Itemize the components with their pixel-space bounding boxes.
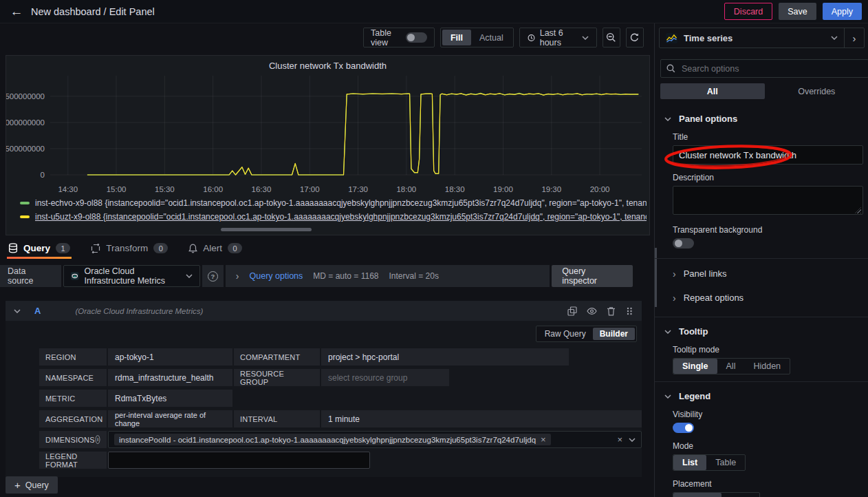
form-row-dimensions: DIMENSIONS i instancePoolId - ocid1.inst… <box>39 431 642 448</box>
time-range-picker[interactable]: Last 6 hours <box>519 28 597 47</box>
options-panel: Time series › All Overrides Panel option… <box>654 23 868 497</box>
apply-button[interactable]: Apply <box>823 3 862 20</box>
visualization-picker: Time series › <box>659 28 865 48</box>
legend-placement-right[interactable]: Right <box>721 493 759 497</box>
legend-placement-bottom[interactable]: Bottom <box>673 493 721 497</box>
y-axis-tick-label: 0 <box>41 171 45 179</box>
aggregation-value[interactable]: per-interval average rate of change <box>108 410 232 427</box>
description-label: Description <box>673 173 863 182</box>
chevron-down-icon[interactable] <box>629 438 636 442</box>
title-label: Title <box>673 132 863 142</box>
table-view-toggle[interactable] <box>406 32 427 43</box>
fill-option[interactable]: Fill <box>442 30 471 45</box>
chevron-down-icon <box>186 274 193 278</box>
builder-option[interactable]: Builder <box>593 328 635 340</box>
tab-overrides[interactable]: Overrides <box>765 83 868 99</box>
options-filter-tabs: All Overrides <box>660 83 868 99</box>
tab-transform[interactable]: Transform 0 <box>89 237 169 259</box>
add-query-button[interactable]: + Query <box>6 476 58 494</box>
namespace-value[interactable]: rdma_infrastructure_health <box>108 369 232 386</box>
back-arrow-icon[interactable]: ← <box>6 2 27 21</box>
clear-all-icon[interactable]: × <box>617 435 622 444</box>
topbar-actions: Discard Save Apply <box>724 3 862 20</box>
dimension-chip[interactable]: instancePoolId - ocid1.instancepool.oc1.… <box>114 434 551 445</box>
panel-title-input[interactable] <box>673 145 863 165</box>
section-legend: Legend Visibility Mode List Table Placem… <box>655 381 868 497</box>
panel-description-textarea[interactable] <box>673 186 863 215</box>
delete-query-trash-icon[interactable] <box>607 306 616 316</box>
datasource-help-button[interactable]: ? <box>202 265 224 287</box>
toggle-viz-suggestions-button[interactable]: › <box>844 28 864 47</box>
info-icon[interactable]: i <box>95 435 100 444</box>
options-search-input[interactable] <box>680 63 862 74</box>
datasource-picker[interactable]: Oracle Cloud Infrastructure Metrics <box>63 265 200 287</box>
duplicate-query-icon[interactable] <box>567 306 577 316</box>
datasource-row: Data source Oracle Cloud Infrastructure … <box>0 265 633 287</box>
tab-alert[interactable]: Alert 0 <box>187 237 243 259</box>
chevron-right-icon: › <box>673 293 676 303</box>
compartment-value[interactable]: project > hpc-portal <box>321 348 569 366</box>
tooltip-mode-all[interactable]: All <box>717 359 745 374</box>
legend-mode-list[interactable]: List <box>673 455 706 470</box>
chevron-down-icon <box>664 394 671 399</box>
query-options-link[interactable]: Query options <box>250 271 303 281</box>
repeat-options-label: Repeat options <box>684 293 744 303</box>
aggregation-label: AGGREGATION <box>39 410 107 427</box>
drag-handle-icon[interactable] <box>625 306 633 316</box>
interval-value[interactable]: 1 minute <box>321 410 642 427</box>
search-icon <box>666 64 675 73</box>
datasource-label: Data source <box>0 265 61 287</box>
viz-toolbar: Table view Fill Actual Last 6 hours <box>363 28 644 47</box>
dimensions-label: DIMENSIONS i <box>39 431 107 448</box>
panel-links-section[interactable]: › Panel links <box>655 262 868 286</box>
resource-group-placeholder: select resource group <box>328 373 407 383</box>
legend-mode-table[interactable]: Table <box>706 455 745 470</box>
x-axis-tick-label: 14:30 <box>58 185 78 193</box>
raw-query-option[interactable]: Raw Query <box>538 328 593 340</box>
metric-value[interactable]: RdmaTxBytes <box>108 390 232 407</box>
toggle-knob <box>675 240 682 247</box>
query-row-header[interactable]: A (Oracle Cloud Infrastructure Metrics) <box>6 301 642 321</box>
raw-builder-segmented: Raw Query Builder <box>536 326 637 342</box>
legend-item[interactable]: inst-echvo-x9-ol88 {instancepoolid="ocid… <box>20 196 647 210</box>
actual-option[interactable]: Actual <box>471 30 512 45</box>
query-inspector-button[interactable]: Query inspector <box>552 265 633 287</box>
refresh-button[interactable] <box>626 28 644 47</box>
visualization-select[interactable]: Time series <box>660 28 844 47</box>
query-options-bar: › Query options MD = auto = 1168 Interva… <box>226 265 550 287</box>
save-button[interactable]: Save <box>779 3 816 20</box>
tooltip-header[interactable]: Tooltip <box>655 326 868 337</box>
tooltip-mode-hidden[interactable]: Hidden <box>744 359 790 374</box>
legend-header[interactable]: Legend <box>655 391 868 401</box>
time-series-chart[interactable]: 05000000001000000000150000000014:3015:00… <box>6 72 649 198</box>
refresh-icon <box>629 32 640 43</box>
legend-item[interactable]: inst-u5uzt-x9-ol88 {instancepoolid="ocid… <box>20 210 647 224</box>
section-panel-options: Panel options Title Description Transpar… <box>655 105 868 317</box>
legend-visibility-toggle[interactable] <box>673 423 694 433</box>
x-axis-tick-label: 18:00 <box>396 185 416 193</box>
legend-horizontal-scrollbar[interactable] <box>221 228 312 231</box>
x-axis-tick-label: 20:00 <box>590 185 610 193</box>
repeat-options-section[interactable]: › Repeat options <box>655 286 868 310</box>
region-value[interactable]: ap-tokyo-1 <box>108 348 232 366</box>
chip-remove-icon[interactable]: × <box>541 435 546 444</box>
hide-query-eye-icon[interactable] <box>587 307 597 315</box>
collapse-chevron-icon[interactable] <box>14 309 21 313</box>
fill-actual-segmented: Fill Actual <box>440 28 514 47</box>
transparent-background-toggle[interactable] <box>673 238 694 248</box>
discard-button[interactable]: Discard <box>724 3 772 20</box>
panel-options-header[interactable]: Panel options <box>655 114 868 124</box>
datasource-name: Oracle Cloud Infrastructure Metrics <box>85 266 180 286</box>
collapsed-subsections: › Panel links › Repeat options <box>655 258 868 310</box>
legend-format-input[interactable] <box>108 452 370 469</box>
tab-all-options[interactable]: All <box>660 83 765 99</box>
resource-group-value[interactable]: select resource group <box>321 369 449 386</box>
zoom-out-button[interactable] <box>603 28 620 47</box>
zoom-out-icon <box>606 32 616 43</box>
query-mode-toolbar: Raw Query Builder <box>6 326 642 342</box>
dimensions-multiselect[interactable]: instancePoolId - ocid1.instancepool.oc1.… <box>108 431 642 448</box>
tooltip-mode-single[interactable]: Single <box>673 359 717 374</box>
legend-mode-group: List Table <box>673 454 746 471</box>
legend-mode-label: Mode <box>673 441 863 451</box>
tab-query[interactable]: Query 1 <box>7 237 72 259</box>
